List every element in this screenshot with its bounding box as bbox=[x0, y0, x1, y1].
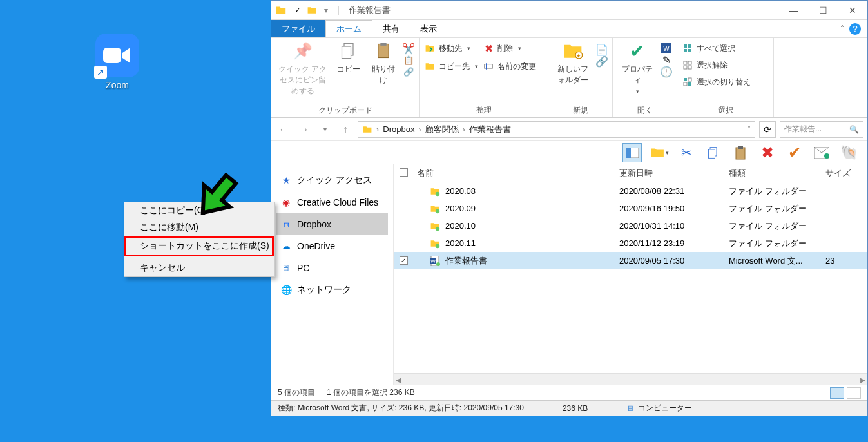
breadcrumb-1[interactable]: 顧客関係 bbox=[425, 124, 459, 135]
close-button[interactable]: ✕ bbox=[838, 1, 867, 20]
refresh-button[interactable]: ⟳ bbox=[759, 121, 776, 138]
toolbar-clipboard-icon[interactable] bbox=[731, 143, 750, 162]
new-item-icon[interactable]: 📄 bbox=[597, 44, 607, 55]
file-row[interactable]: 2020.092020/09/16 19:50ファイル フォルダー bbox=[394, 200, 867, 217]
copy-path-icon[interactable]: 📋 bbox=[403, 55, 414, 65]
delete-button[interactable]: ✖ 削除▾ bbox=[483, 41, 536, 56]
nav-recent-button[interactable]: ▾ bbox=[316, 121, 333, 138]
column-header-name[interactable]: 名前 bbox=[413, 168, 619, 179]
file-row[interactable]: ✓W作業報告書2020/09/05 17:30Microsoft Word 文.… bbox=[394, 252, 867, 269]
desktop-icon-label: Zoom bbox=[89, 80, 146, 90]
file-date: 2020/10/31 14:10 bbox=[619, 221, 729, 231]
history-icon[interactable]: 🕘 bbox=[661, 66, 671, 77]
file-row[interactable]: 2020.082020/08/08 22:31ファイル フォルダー bbox=[394, 182, 867, 200]
invert-selection-button[interactable]: 選択の切り替え bbox=[682, 74, 751, 90]
paste-shortcut-icon[interactable]: 🔗 bbox=[403, 66, 414, 77]
tab-share[interactable]: 共有 bbox=[372, 20, 410, 37]
breadcrumb-2[interactable]: 作業報告書 bbox=[469, 124, 511, 135]
properties-button[interactable]: ✔ プロパティ ▾ bbox=[618, 41, 656, 95]
easy-access-icon[interactable]: 🔗 bbox=[597, 56, 607, 66]
details-strip: 種類: Microsoft Word 文書, サイズ: 236 KB, 更新日時… bbox=[271, 400, 867, 416]
toolbar-folder-icon[interactable]: ▾ bbox=[650, 143, 669, 162]
toolbar-shell-icon[interactable]: 🐚 bbox=[839, 143, 858, 162]
toolbar-copy-icon[interactable] bbox=[704, 143, 723, 162]
file-type-icon bbox=[430, 204, 440, 214]
context-menu-create-shortcut-here[interactable]: ショートカットをここに作成(S) bbox=[124, 236, 274, 256]
context-menu-cancel[interactable]: キャンセル bbox=[124, 260, 274, 276]
onedrive-icon: ☁ bbox=[280, 240, 292, 252]
move-to-icon bbox=[425, 43, 435, 53]
ribbon-collapse-icon[interactable]: ˄ bbox=[840, 24, 844, 34]
svg-text:W: W bbox=[430, 258, 436, 264]
toolbar-scissors-icon[interactable]: ✂ bbox=[677, 143, 696, 162]
address-bar[interactable]: › Dropbox › 顧客関係 › 作業報告書 ˅ bbox=[358, 121, 755, 138]
rename-button[interactable]: 名前の変更 bbox=[483, 59, 536, 74]
file-name: 2020.09 bbox=[445, 204, 476, 213]
svg-rect-27 bbox=[736, 148, 745, 159]
nav-forward-button[interactable]: → bbox=[296, 121, 313, 138]
navtree-creative-cloud[interactable]: ◉ Creative Cloud Files bbox=[276, 191, 388, 213]
header-checkbox[interactable] bbox=[400, 168, 408, 177]
row-checkbox[interactable]: ✓ bbox=[400, 256, 408, 265]
column-header-size[interactable]: サイズ bbox=[825, 168, 867, 179]
file-row[interactable]: 2020.102020/10/31 14:10ファイル フォルダー bbox=[394, 217, 867, 235]
copy-icon bbox=[338, 41, 359, 61]
toolbar-mail-icon[interactable] bbox=[812, 143, 831, 162]
search-input[interactable]: 作業報告... 🔍 bbox=[780, 121, 863, 138]
pin-quick-access-button: 📌 クイック アクセスにピン留めする bbox=[276, 41, 329, 97]
file-type: ファイル フォルダー bbox=[729, 203, 825, 215]
file-explorer-window: ✓ ▾ | 作業報告書 — ☐ ✕ ファイル ホーム 共有 表示 ˄ ? bbox=[271, 0, 868, 416]
breadcrumb-0[interactable]: Dropbox bbox=[383, 124, 414, 134]
qat-checkbox-icon[interactable]: ✓ bbox=[292, 5, 304, 16]
navtree-quick-access[interactable]: ★ クイック アクセス bbox=[276, 169, 388, 191]
toolbar-pane-icon[interactable] bbox=[622, 143, 642, 162]
file-list-body: 2020.082020/08/08 22:31ファイル フォルダー2020.09… bbox=[394, 182, 867, 373]
edit-icon[interactable]: ✎ bbox=[661, 55, 671, 65]
navtree-dropbox[interactable]: ⧈ Dropbox bbox=[276, 213, 388, 235]
qat-dropdown-icon[interactable]: ▾ bbox=[320, 5, 332, 16]
view-large-icons-button[interactable] bbox=[847, 387, 861, 399]
new-folder-button[interactable]: ✦ 新しいフォルダー bbox=[554, 41, 592, 86]
tab-file[interactable]: ファイル bbox=[271, 20, 325, 37]
qat-folder-icon[interactable] bbox=[306, 5, 318, 16]
svg-rect-11 bbox=[684, 44, 687, 48]
copy-to-button[interactable]: コピー先▾ bbox=[425, 59, 478, 74]
svg-point-38 bbox=[436, 262, 440, 266]
maximize-button[interactable]: ☐ bbox=[808, 1, 838, 20]
nav-up-button[interactable]: ↑ bbox=[337, 121, 354, 138]
navtree-pc[interactable]: 🖥 PC bbox=[276, 257, 388, 279]
paste-button[interactable]: 貼り付け bbox=[368, 41, 398, 86]
details-text: 種類: Microsoft Word 文書, サイズ: 236 KB, 更新日時… bbox=[278, 403, 524, 414]
properties-icon: ✔ bbox=[627, 41, 648, 61]
navtree-onedrive[interactable]: ☁ OneDrive bbox=[276, 235, 388, 257]
view-details-button[interactable] bbox=[830, 387, 844, 399]
svg-point-34 bbox=[436, 244, 439, 247]
file-name: 2020.08 bbox=[445, 186, 476, 196]
minimize-button[interactable]: — bbox=[778, 1, 808, 20]
toolbar-delete-icon[interactable]: ✖ bbox=[758, 143, 777, 162]
nav-back-button[interactable]: ← bbox=[275, 121, 292, 138]
file-date: 2020/11/12 23:19 bbox=[619, 238, 729, 248]
address-dropdown-icon[interactable]: ˅ bbox=[747, 126, 751, 133]
horizontal-scrollbar[interactable]: ◂ ▸ bbox=[394, 373, 867, 385]
column-header-type[interactable]: 種類 bbox=[729, 168, 825, 179]
move-to-button[interactable]: 移動先▾ bbox=[425, 41, 478, 56]
toolbar-check-icon[interactable]: ✔ bbox=[785, 143, 804, 162]
navtree-network[interactable]: 🌐 ネットワーク bbox=[276, 279, 388, 301]
svg-point-30 bbox=[824, 153, 829, 159]
help-icon[interactable]: ? bbox=[849, 23, 861, 35]
svg-rect-12 bbox=[688, 44, 691, 48]
ribbon-tabrow: ファイル ホーム 共有 表示 ˄ ? bbox=[271, 20, 867, 38]
open-word-icon[interactable]: W bbox=[661, 43, 671, 53]
cut-icon[interactable]: ✂️ bbox=[403, 43, 414, 53]
select-none-button[interactable]: 選択解除 bbox=[682, 57, 751, 73]
tab-home[interactable]: ホーム bbox=[325, 20, 372, 37]
tab-view[interactable]: 表示 bbox=[410, 20, 447, 37]
select-all-button[interactable]: すべて選択 bbox=[682, 41, 751, 56]
column-header-date[interactable]: 更新日時 bbox=[619, 168, 729, 179]
file-row[interactable]: 2020.112020/11/12 23:19ファイル フォルダー bbox=[394, 235, 867, 252]
desktop-icon-zoom[interactable]: ↗ Zoom bbox=[89, 34, 146, 90]
ribbon-group-clipboard-label: クリップボード bbox=[276, 104, 414, 116]
copy-button[interactable]: コピー bbox=[334, 41, 363, 75]
dropbox-icon: ⧈ bbox=[280, 218, 292, 230]
